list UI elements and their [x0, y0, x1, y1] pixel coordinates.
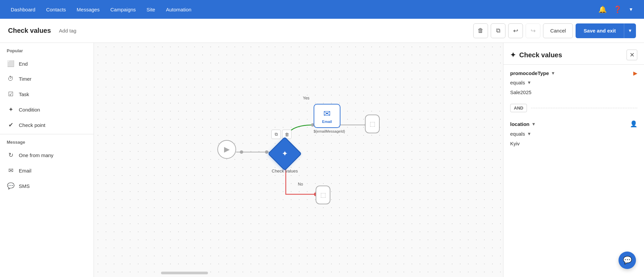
node-toolbar: ⧉ 🗑: [271, 130, 291, 139]
field-operator-equals[interactable]: equals ▼: [510, 80, 637, 85]
svg-point-2: [265, 150, 268, 154]
nav-automation[interactable]: Automation: [166, 7, 192, 12]
no-label: No: [298, 182, 303, 187]
toolbar-right: 🗑 ⧉ ↩ ↪ Cancel Save and exit ▼: [473, 23, 636, 38]
sidebar-item-checkpoint[interactable]: ✔ Check point: [0, 117, 94, 133]
field-location: location ▼ 👤 equals ▼ Kyiv: [503, 115, 644, 152]
field-name-promocodetype[interactable]: promocodeType ▼: [510, 70, 555, 76]
operator-text-location: equals: [510, 131, 525, 137]
field-dropdown-arrow-location[interactable]: ▼: [532, 122, 536, 127]
sidebar-popular-label: Popular: [0, 43, 94, 56]
sidebar-item-timer[interactable]: ⏱ Timer: [0, 71, 94, 86]
sidebar-item-label-task: Task: [19, 91, 29, 97]
sidebar-item-label-sms: SMS: [19, 183, 30, 189]
nav-contacts[interactable]: Contacts: [46, 7, 66, 12]
exit-node-top[interactable]: ⬚: [365, 115, 380, 133]
top-navigation: Dashboard Contacts Messages Campaigns Si…: [0, 0, 644, 19]
sidebar-item-onefrommany[interactable]: ↻ One from many: [0, 147, 94, 163]
nav-right-actions: 🔔 ❓ ▼: [598, 5, 633, 13]
help-icon[interactable]: ❓: [613, 5, 622, 13]
nav-site[interactable]: Site: [147, 7, 155, 12]
sidebar-divider: [0, 134, 94, 134]
person-icon: 👤: [630, 120, 637, 128]
add-tag-button[interactable]: Add tag: [59, 28, 76, 33]
chat-widget[interactable]: 💬: [619, 252, 636, 269]
operator-dropdown-arrow[interactable]: ▼: [527, 80, 531, 85]
and-line: [531, 108, 637, 108]
nav-messages[interactable]: Messages: [77, 7, 100, 12]
operator-dropdown-arrow-location[interactable]: ▼: [527, 131, 531, 136]
exit-icon-bottom: ⬚: [320, 191, 326, 199]
operator-text: equals: [510, 80, 525, 85]
email-node-value: ${emailMessageId}: [314, 129, 345, 133]
toolbar: Check values Add tag 🗑 ⧉ ↩ ↪ Cancel Save…: [0, 19, 644, 43]
right-panel-title: ✦ Check values: [510, 51, 562, 59]
sidebar-item-label-condition: Condition: [19, 107, 40, 113]
email-node-box[interactable]: ✉ Email: [314, 104, 340, 128]
field-arrow-right: ▶: [633, 70, 637, 76]
sidebar-item-label-end: End: [19, 61, 28, 67]
checkpoint-icon: ✔: [7, 121, 15, 129]
email-node[interactable]: Yes ✉ Email ${emailMessageId}: [314, 104, 345, 134]
sms-icon: 💬: [7, 182, 15, 190]
email-node-icon: ✉: [323, 109, 331, 119]
field-value-location: Kyiv: [510, 140, 637, 147]
sidebar-item-label-onefrommany: One from many: [19, 152, 53, 158]
toolbar-left: Check values Add tag: [8, 27, 76, 34]
sidebar-item-label-email: Email: [19, 168, 32, 174]
timer-icon: ⏱: [7, 75, 15, 82]
main-layout: Popular ⬜ End ⏱ Timer ☑ Task ✦ Condition…: [0, 43, 644, 277]
delete-button[interactable]: 🗑: [473, 23, 488, 38]
notification-icon[interactable]: 🔔: [598, 5, 607, 13]
page-title: Check values: [8, 27, 51, 34]
canvas-scrollbar[interactable]: [161, 272, 208, 274]
right-panel: ✦ Check values ✕ promocodeType ▼ ▶ equal…: [503, 43, 644, 277]
sidebar-message-label: Message: [0, 136, 94, 147]
copy-button[interactable]: ⧉: [491, 23, 505, 38]
field-location-row: location ▼ 👤: [510, 120, 637, 128]
exit-node-bottom[interactable]: ⬚: [316, 186, 330, 204]
onefrommany-icon: ↻: [7, 151, 15, 159]
field-name-text: promocodeType: [510, 70, 549, 76]
sidebar-item-email[interactable]: ✉ Email: [0, 163, 94, 178]
cancel-button[interactable]: Cancel: [543, 23, 573, 38]
canvas-area[interactable]: ▶ ⧉ 🗑 ✦ Check values Yes ✉ Email: [94, 43, 503, 277]
sidebar-item-label-checkpoint: Check point: [19, 122, 45, 128]
diamond-node[interactable]: ✦: [268, 137, 302, 171]
sidebar-item-label-timer: Timer: [19, 76, 32, 82]
sidebar-item-sms[interactable]: 💬 SMS: [0, 178, 94, 194]
nav-campaigns[interactable]: Campaigns: [110, 7, 136, 12]
save-button-group: Save and exit ▼: [576, 23, 636, 38]
check-values-node[interactable]: ⧉ 🗑 ✦ Check values: [272, 142, 298, 174]
right-panel-header: ✦ Check values ✕: [503, 43, 644, 65]
svg-point-1: [240, 150, 243, 154]
field-name-text-location: location: [510, 121, 530, 127]
diamond-icon: ✦: [282, 149, 288, 158]
sidebar: Popular ⬜ End ⏱ Timer ☑ Task ✦ Condition…: [0, 43, 94, 277]
sidebar-item-task[interactable]: ☑ Task: [0, 86, 94, 102]
panel-close-button[interactable]: ✕: [627, 50, 637, 60]
and-button[interactable]: AND: [510, 104, 527, 112]
sidebar-item-end[interactable]: ⬜ End: [0, 56, 94, 71]
nav-links: Dashboard Contacts Messages Campaigns Si…: [11, 7, 192, 12]
user-dropdown[interactable]: ▼: [629, 7, 633, 12]
save-dropdown-button[interactable]: ▼: [624, 23, 636, 38]
panel-title-text: Check values: [519, 51, 562, 59]
exit-icon-top: ⬚: [370, 120, 375, 128]
node-copy-button[interactable]: ⧉: [271, 130, 281, 139]
and-separator: AND: [503, 101, 644, 115]
field-value-promocodetype: Sale2025: [510, 89, 637, 96]
nav-dashboard[interactable]: Dashboard: [11, 7, 35, 12]
field-dropdown-arrow[interactable]: ▼: [551, 71, 555, 76]
save-button[interactable]: Save and exit: [576, 23, 624, 38]
start-node[interactable]: ▶: [217, 140, 236, 159]
redo-button[interactable]: ↪: [526, 23, 540, 38]
field-operator-location[interactable]: equals ▼: [510, 131, 637, 137]
panel-title-icon: ✦: [510, 51, 516, 59]
undo-button[interactable]: ↩: [508, 23, 523, 38]
task-icon: ☑: [7, 90, 15, 98]
sidebar-item-condition[interactable]: ✦ Condition: [0, 102, 94, 117]
field-name-location[interactable]: location ▼: [510, 121, 536, 127]
email-sidebar-icon: ✉: [7, 167, 15, 174]
field-promocodetype-row: promocodeType ▼ ▶: [510, 70, 637, 76]
